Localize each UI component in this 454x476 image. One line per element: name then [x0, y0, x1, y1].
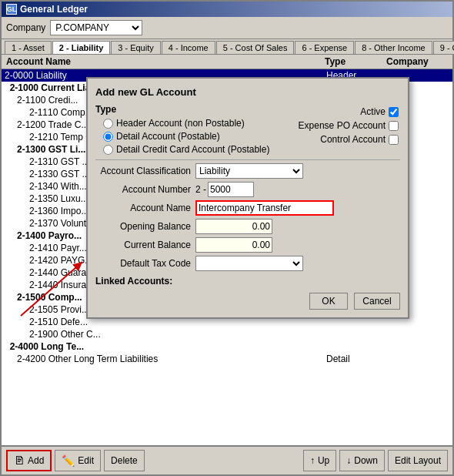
tab-other-income[interactable]: 8 - Other Income: [355, 41, 432, 54]
tab-liability[interactable]: 2 - Liability: [52, 41, 110, 54]
classification-select[interactable]: Liability: [195, 163, 303, 179]
window-icon: GL: [6, 4, 17, 15]
account-name-label: Account Name: [95, 203, 195, 213]
up-label: Up: [318, 455, 329, 466]
account-number-label: Account Number: [95, 184, 195, 195]
bottom-toolbar: 🖹 Add ✏️ Edit Delete ↑ Up ↓ Down Edit La…: [2, 445, 452, 474]
account-name-input[interactable]: [195, 200, 334, 216]
expense-po-checkbox-row: Expense PO Account: [299, 120, 399, 131]
table-row[interactable]: 2-4000 Long Te...: [2, 340, 452, 353]
linked-accounts-label: Linked Accounts:: [95, 276, 400, 287]
default-tax-select[interactable]: [195, 256, 303, 271]
current-balance-label: Current Balance: [95, 240, 195, 250]
window-title: General Ledger: [20, 4, 88, 15]
classification-label: Account Classification: [95, 166, 195, 176]
tab-equity[interactable]: 3 - Equity: [111, 41, 160, 54]
tab-other-expense[interactable]: 9 - Other Expense: [433, 41, 454, 54]
account-number-row: Account Number 2 -: [95, 182, 400, 197]
control-account-checkbox-row: Control Account: [299, 134, 399, 145]
add-icon: 🖹: [14, 454, 25, 467]
edit-layout-button[interactable]: Edit Layout: [388, 450, 448, 471]
expense-po-label: Expense PO Account: [299, 120, 386, 131]
opening-balance-label: Opening Balance: [95, 221, 195, 232]
cancel-button[interactable]: Cancel: [354, 293, 400, 310]
active-checkbox[interactable]: [389, 107, 399, 117]
delete-button[interactable]: Delete: [104, 450, 145, 471]
control-account-checkbox[interactable]: [389, 135, 399, 145]
tab-cost-of-sales[interactable]: 5 - Cost Of Sales: [216, 41, 295, 54]
down-arrow-icon: ↓: [346, 455, 351, 466]
account-name-row: Account Name: [95, 200, 400, 216]
opening-balance-input[interactable]: [195, 219, 272, 234]
modal-title: Add new GL Account: [95, 86, 400, 98]
classification-row: Account Classification Liability: [95, 163, 400, 179]
tab-income[interactable]: 4 - Income: [162, 41, 215, 54]
edit-layout-label: Edit Layout: [395, 455, 441, 466]
table-row[interactable]: 2-4200 Other Long Term Liabilities Detai…: [2, 353, 452, 365]
account-number-input[interactable]: [208, 182, 254, 197]
table-header: Account Name Type Company: [2, 55, 452, 69]
down-label: Down: [354, 455, 378, 466]
company-toolbar: Company P.COMPANY: [2, 17, 452, 39]
edit-label: Edit: [78, 455, 94, 466]
radio-credit-card-input[interactable]: [103, 145, 113, 155]
delete-label: Delete: [111, 455, 138, 466]
radio-header-label: Header Account (non Postable): [116, 118, 245, 129]
company-select[interactable]: P.COMPANY: [50, 20, 142, 35]
col-account-name: Account Name: [6, 56, 325, 67]
radio-header-input[interactable]: [103, 119, 113, 129]
active-label: Active: [360, 106, 386, 117]
add-button[interactable]: 🖹 Add: [6, 450, 52, 471]
add-gl-account-modal: Add new GL Account Active Expense PO Acc…: [86, 77, 409, 319]
divider: [95, 159, 400, 160]
account-prefix: 2 -: [195, 184, 206, 195]
tab-asset[interactable]: 1 - Asset: [5, 41, 52, 54]
up-arrow-icon: ↑: [310, 455, 315, 466]
col-company: Company: [386, 56, 448, 67]
edit-button[interactable]: ✏️ Edit: [55, 450, 101, 471]
radio-detail-input[interactable]: [103, 132, 113, 142]
modal-buttons: OK Cancel: [95, 293, 400, 310]
up-button[interactable]: ↑ Up: [303, 450, 336, 471]
edit-icon: ✏️: [62, 454, 75, 467]
active-checkbox-row: Active: [299, 106, 399, 117]
expense-po-checkbox[interactable]: [389, 121, 399, 131]
default-tax-row: Default Tax Code: [95, 256, 400, 271]
table-row[interactable]: 2-1900 Other C...: [2, 328, 452, 340]
account-number-group: 2 -: [195, 182, 254, 197]
current-balance-row: Current Balance: [95, 237, 400, 253]
default-tax-label: Default Tax Code: [95, 258, 195, 269]
col-type: Type: [325, 56, 386, 67]
add-label: Add: [28, 455, 44, 466]
ok-button[interactable]: OK: [309, 293, 348, 310]
tab-expense[interactable]: 6 - Expense: [295, 41, 354, 54]
control-account-label: Control Account: [320, 134, 386, 145]
title-bar: GL General Ledger: [2, 2, 452, 17]
company-label: Company: [6, 22, 45, 33]
current-balance-input[interactable]: [195, 237, 272, 253]
radio-detail-label: Detail Account (Postable): [116, 131, 220, 142]
radio-credit-card-label: Detail Credit Card Account (Postable): [116, 144, 269, 155]
radio-credit-card: Detail Credit Card Account (Postable): [103, 144, 400, 155]
opening-balance-row: Opening Balance: [95, 219, 400, 234]
down-button[interactable]: ↓ Down: [339, 450, 385, 471]
tabs-row: 1 - Asset 2 - Liability 3 - Equity 4 - I…: [2, 39, 452, 55]
